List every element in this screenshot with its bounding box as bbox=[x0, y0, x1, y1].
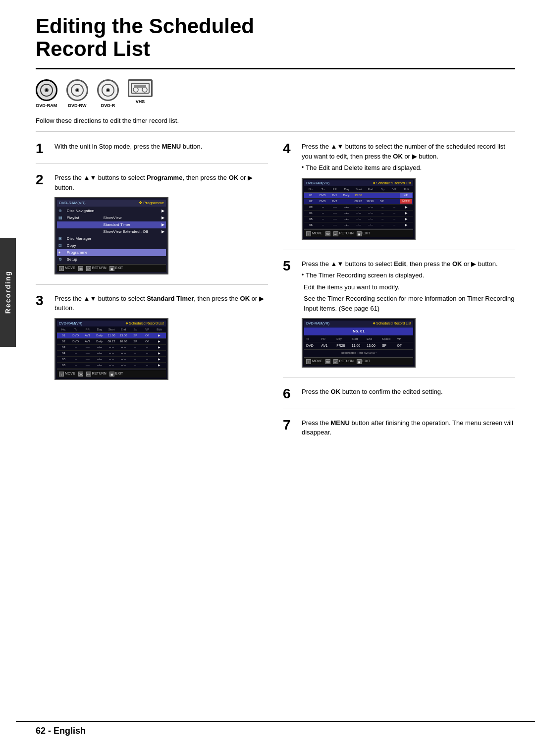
srl2-row-2: 02DVDAV209:2210:30SPDelete bbox=[304, 199, 413, 205]
step-2: 2 Press the ▲▼ buttons to select Program… bbox=[36, 173, 268, 285]
svg-point-8 bbox=[107, 89, 109, 91]
device-icons: DVD-RAM DVD-RW DVD-R bbox=[36, 79, 515, 108]
srl-screen-1-cols: No. To PR Day Start End Sp VP Edit bbox=[57, 327, 166, 333]
dvd-r-icon bbox=[97, 79, 119, 101]
srl-row-5: 05--------/----:----:------▶ bbox=[57, 357, 166, 363]
side-tab: Recording bbox=[0, 238, 16, 347]
srl-row-6: 06--------/----:----:------▶ bbox=[57, 363, 166, 369]
no01-header: DVD-RAM(VR) ❖ Scheduled Record List bbox=[304, 321, 413, 327]
srl-screen-1-bottombar: ↕ MOVE OK ↩ RETURN ▣ EXIT bbox=[57, 370, 166, 378]
step-6-number: 6 bbox=[283, 387, 297, 401]
step-4: 4 Press the ▲▼ buttons to select the num… bbox=[283, 142, 515, 250]
srl-screen-2-bottombar: ↕ MOVE OK ↩ RETURN ▣ EXIT bbox=[304, 229, 413, 237]
menu-row-programme: ♦Programme bbox=[57, 249, 166, 256]
step-3-number: 3 bbox=[36, 294, 50, 382]
step-6: 6 Press the OK button to confirm the edi… bbox=[283, 387, 515, 409]
srl-row-2: 02DVDAV2Daily09:2210:30SPOff▶ bbox=[57, 339, 166, 345]
step-7-content: Press the MENU button after finishing th… bbox=[302, 418, 515, 437]
step-1: 1 With the unit in Stop mode, press the … bbox=[36, 142, 268, 164]
step-6-content: Press the OK button to confirm the edite… bbox=[302, 387, 515, 401]
page-title: Editing the Scheduled Record List bbox=[36, 15, 515, 69]
srl2-row-1: 01DVDAV1Daily13:00Edit bbox=[304, 193, 413, 199]
svg-point-5 bbox=[76, 89, 78, 91]
step-2-number: 2 bbox=[36, 173, 50, 276]
srl-row-3: 03--------/----:----:------▶ bbox=[57, 345, 166, 351]
menu-row-disc-manager: ⊞Disc Manager bbox=[57, 235, 166, 242]
device-vhs: VHS bbox=[128, 79, 153, 108]
no01-title: No. 01 bbox=[304, 327, 413, 335]
dvd-ram-icon bbox=[36, 79, 57, 101]
step-1-number: 1 bbox=[36, 142, 50, 156]
srl-row-4: 04--------/----:----:------▶ bbox=[57, 351, 166, 357]
left-column: 1 With the unit in Stop mode, press the … bbox=[36, 142, 268, 454]
srl2-row-5: 05--------/----:----:------▶ bbox=[304, 216, 413, 222]
srl-screen-1: DVD-RAM(VR) ❖ Scheduled Record List No. … bbox=[54, 318, 168, 380]
srl-row-1: 01DVDAV1Daily11:0013:00SPOff▶ bbox=[57, 333, 166, 339]
step-3: 3 Press the ▲▼ buttons to select Standar… bbox=[36, 294, 268, 390]
device-dvd-ram: DVD-RAM bbox=[36, 79, 57, 108]
menu-row-setup: ⚙Setup bbox=[57, 256, 166, 263]
vhs-icon bbox=[128, 79, 153, 97]
step-5-number: 5 bbox=[283, 259, 297, 370]
step-7: 7 Press the MENU button after finishing … bbox=[283, 418, 515, 445]
menu-screen-titlebar: DVD-RAM(VR) ❖ Programme bbox=[57, 200, 166, 207]
svg-point-2 bbox=[46, 89, 48, 91]
srl2-row-3: 03--------/----:----:------▶ bbox=[304, 205, 413, 211]
no01-data: DVD AV1 FR28 11:00 13:00 SP Off bbox=[304, 342, 413, 350]
menu-row-playlist: ▤PlaylistShowView▶ bbox=[57, 215, 166, 221]
srl2-row-6: 06--------/----:----:------▶ bbox=[304, 222, 413, 228]
step-5-content: Press the ▲▼ buttons to select Edit, the… bbox=[302, 259, 515, 370]
footer-text: 62 - English bbox=[36, 726, 86, 736]
svg-point-10 bbox=[133, 87, 138, 92]
no01-screen: DVD-RAM(VR) ❖ Scheduled Record List No. … bbox=[302, 318, 416, 368]
svg-point-11 bbox=[142, 87, 147, 92]
no01-cols: To PR Day Start End Speed VP bbox=[304, 336, 413, 342]
step-2-content: Press the ▲▼ buttons to select Programme… bbox=[54, 173, 268, 276]
device-dvd-r: DVD-R bbox=[97, 79, 119, 108]
menu-row-copy: ⊡Copy bbox=[57, 242, 166, 249]
step-3-content: Press the ▲▼ buttons to select Standard … bbox=[54, 294, 268, 382]
page-footer: 62 - English bbox=[16, 721, 535, 736]
srl-screen-1-header: DVD-RAM(VR) ❖ Scheduled Record List bbox=[57, 321, 166, 327]
follow-text: Follow these directions to edit the time… bbox=[36, 117, 515, 132]
step-4-content: Press the ▲▼ buttons to select the numbe… bbox=[302, 142, 515, 242]
dvd-rw-icon bbox=[66, 79, 88, 101]
step-4-number: 4 bbox=[283, 142, 297, 242]
no01-bottombar: ↕ MOVE OK ↩ RETURN ▣ EXIT bbox=[304, 357, 413, 365]
srl2-row-4: 04--------/----:----:------▶ bbox=[304, 211, 413, 216]
menu-screen: DVD-RAM(VR) ❖ Programme ⊕Disc Navigation… bbox=[54, 197, 168, 274]
step-7-number: 7 bbox=[283, 418, 297, 437]
step-5: 5 Press the ▲▼ buttons to select Edit, t… bbox=[283, 259, 515, 378]
side-tab-label: Recording bbox=[4, 270, 12, 314]
srl-screen-2-cols: No. To PR Day Start End Sp VP Edit bbox=[304, 187, 413, 193]
srl-screen-2-header: DVD-RAM(VR) ❖ Scheduled Record List bbox=[304, 180, 413, 187]
step-1-content: With the unit in Stop mode, press the ME… bbox=[54, 142, 268, 156]
svg-rect-12 bbox=[134, 85, 146, 88]
menu-screen-bottombar: ↕ MOVE OK ↩ RETURN ▣ EXIT bbox=[57, 264, 166, 272]
srl-screen-2: DVD-RAM(VR) ❖ Scheduled Record List No. … bbox=[302, 178, 416, 240]
device-dvd-rw: DVD-RW bbox=[66, 79, 88, 108]
menu-row-showview-ext: ShowView Extended : Off▶ bbox=[57, 228, 166, 235]
menu-row-disc-nav: ⊕Disc Navigation▶ bbox=[57, 208, 166, 215]
menu-table: ⊕Disc Navigation▶ ▤PlaylistShowView▶ Sta… bbox=[57, 208, 166, 263]
menu-row-standard-timer: Standard Timer▶ bbox=[57, 221, 166, 228]
rec-time-row: Recordable Time 02:00 SP bbox=[304, 349, 413, 356]
right-column: 4 Press the ▲▼ buttons to select the num… bbox=[283, 142, 515, 454]
